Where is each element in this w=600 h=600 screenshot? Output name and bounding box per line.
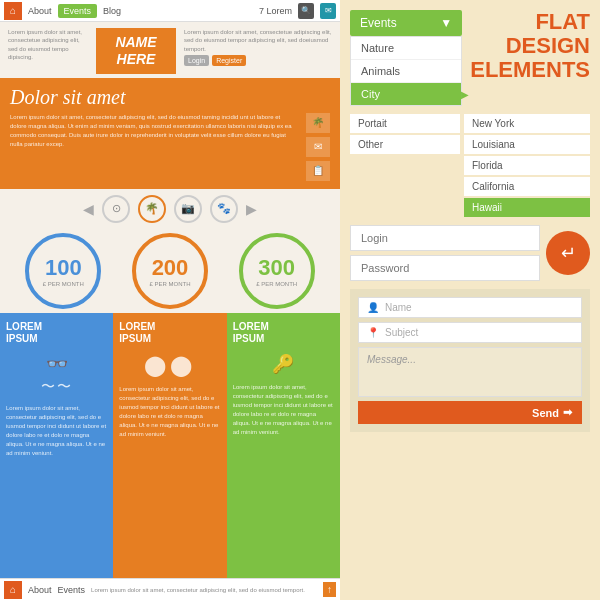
bottom-nav: ⌂ About Events Lorem ipsum dolor sit ame… <box>0 578 340 600</box>
subject-placeholder: Subject <box>385 327 418 338</box>
user-icon: 👤 <box>367 302 379 313</box>
card-green-icon: 🔑 <box>233 349 334 379</box>
search-icon[interactable]: 🔍 <box>298 3 314 19</box>
hero-icon-3: 📋 <box>306 161 330 181</box>
dropdown-arrow-icon: ▼ <box>440 16 452 30</box>
prev-arrow[interactable]: ◀ <box>83 201 94 217</box>
nav-about[interactable]: About <box>28 6 52 16</box>
name-line2: HERE <box>106 51 166 68</box>
hero-section: Dolor sit amet Lorem ipsum dolor sit ame… <box>0 78 340 189</box>
sub-item-other[interactable]: Other <box>350 135 460 154</box>
name-badge: NAME HERE <box>96 28 176 74</box>
form-inputs <box>350 225 540 281</box>
card-orange-title: LOREMIPSUM <box>119 321 220 345</box>
bottom-text: Lorem ipsum dolor sit amet, consectetur … <box>91 587 317 593</box>
stats-row: 100 £ PER MONTH 200 £ PER MONTH 300 £ PE… <box>0 229 340 313</box>
login-form: ↵ <box>350 225 590 281</box>
events-label: Events <box>360 16 397 30</box>
card-green: LOREMIPSUM 🔑 Lorem ipsum dolor sit amet,… <box>227 313 340 578</box>
secondary-row: Portait Other New York Louisiana Florida… <box>350 114 590 217</box>
nav-blog[interactable]: Blog <box>103 6 121 16</box>
stat-300: 300 £ PER MONTH <box>239 233 315 309</box>
bottom-arrow[interactable]: ↑ <box>323 582 336 597</box>
hero-icon-1: 🌴 <box>306 113 330 133</box>
icon-circle-4[interactable]: 🐾 <box>210 195 238 223</box>
mail-icon[interactable]: ✉ <box>320 3 336 19</box>
menu-items: Nature Animals City <box>350 36 462 106</box>
home-icon[interactable]: ⌂ <box>4 2 22 20</box>
flat-title-line1: FLAT <box>470 10 590 34</box>
icon-circle-1[interactable]: ⊙ <box>102 195 130 223</box>
stat-100-label: £ PER MONTH <box>43 281 84 287</box>
card-orange-icon: ⬤⬤ <box>119 349 220 381</box>
icon-circle-2[interactable]: 🌴 <box>138 195 166 223</box>
submit-button[interactable]: ↵ <box>546 231 590 275</box>
card-blue-text: Lorem ipsum dolor sit amet, consectetur … <box>6 404 107 458</box>
events-menu: Events ▼ Nature Animals City <box>350 10 462 106</box>
stat-200-num: 200 <box>152 255 189 281</box>
name-line1: NAME <box>106 34 166 51</box>
card-green-text: Lorem ipsum dolor sit amet, consectetur … <box>233 383 334 437</box>
location-icon: 📍 <box>367 327 379 338</box>
sub-item-florida[interactable]: Florida <box>464 156 590 175</box>
hero-icon-2: ✉ <box>306 137 330 157</box>
send-label: Send <box>532 407 559 419</box>
flat-title: FLAT DESIGN ELEMENTS <box>470 10 590 83</box>
icon-row: ◀ ⊙ 🌴 📷 🐾 ▶ <box>0 189 340 229</box>
hero-text: Lorem ipsum dolor sit amet, consectetur … <box>10 113 298 181</box>
header-right-text: Lorem ipsum dolor sit amet, consectetue … <box>184 28 332 53</box>
card-blue: LOREMIPSUM 👓〜〜 Lorem ipsum dolor sit ame… <box>0 313 113 578</box>
login-button[interactable]: Login <box>184 55 209 66</box>
header-section: Lorem ipsum dolor sit amet, consectetue … <box>0 22 340 78</box>
hero-title: Dolor sit amet <box>10 86 330 109</box>
card-blue-icon: 👓〜〜 <box>6 349 107 400</box>
menu-item-nature[interactable]: Nature <box>351 37 461 60</box>
login-input[interactable] <box>350 225 540 251</box>
stat-100: 100 £ PER MONTH <box>25 233 101 309</box>
sub-item-california[interactable]: California <box>464 177 590 196</box>
stat-300-num: 300 <box>258 255 295 281</box>
sub-left: Portait Other <box>350 114 460 217</box>
sub-item-portait[interactable]: Portait <box>350 114 460 133</box>
bottom-events[interactable]: Events <box>58 585 86 595</box>
card-row: LOREMIPSUM 👓〜〜 Lorem ipsum dolor sit ame… <box>0 313 340 578</box>
bottom-about[interactable]: About <box>28 585 52 595</box>
next-arrow[interactable]: ▶ <box>246 201 257 217</box>
menu-item-animals[interactable]: Animals <box>351 60 461 83</box>
stat-200: 200 £ PER MONTH <box>132 233 208 309</box>
form-row: ↵ <box>350 225 590 281</box>
name-field[interactable]: 👤 Name <box>358 297 582 318</box>
card-blue-title: LOREMIPSUM <box>6 321 107 345</box>
stat-200-label: £ PER MONTH <box>149 281 190 287</box>
nav-count: 7 Lorem <box>259 6 292 16</box>
bottom-home-icon[interactable]: ⌂ <box>4 581 22 599</box>
flat-title-line2: DESIGN <box>470 34 590 58</box>
flat-title-line3: ELEMENTS <box>470 58 590 82</box>
sub-item-newyork[interactable]: New York <box>464 114 590 133</box>
header-left-text: Lorem ipsum dolor sit amet, consectetue … <box>8 28 88 62</box>
top-nav: ⌂ About Events Blog 7 Lorem 🔍 ✉ <box>0 0 340 22</box>
card-orange-text: Lorem ipsum dolor sit amet, consectetur … <box>119 385 220 439</box>
register-button[interactable]: Register <box>212 55 246 66</box>
send-icon: ➡ <box>563 406 572 419</box>
events-dropdown[interactable]: Events ▼ <box>350 10 462 36</box>
message-textarea[interactable]: Message... <box>358 347 582 397</box>
card-green-title: LOREMIPSUM <box>233 321 334 345</box>
stat-100-num: 100 <box>45 255 82 281</box>
icon-circle-3[interactable]: 📷 <box>174 195 202 223</box>
send-button[interactable]: Send ➡ <box>358 401 582 424</box>
sub-item-louisiana[interactable]: Louisiana <box>464 135 590 154</box>
password-input[interactable] <box>350 255 540 281</box>
menu-item-city[interactable]: City <box>351 83 461 105</box>
nav-events[interactable]: Events <box>58 4 98 18</box>
name-placeholder: Name <box>385 302 412 313</box>
right-panel: Events ▼ Nature Animals City FLAT DESIGN… <box>340 0 600 600</box>
sub-item-hawaii[interactable]: Hawaii <box>464 198 590 217</box>
subject-field[interactable]: 📍 Subject <box>358 322 582 343</box>
sub-right: New York Louisiana Florida California Ha… <box>464 114 590 217</box>
top-right: Events ▼ Nature Animals City FLAT DESIGN… <box>350 10 590 106</box>
contact-form: 👤 Name 📍 Subject Message... Send ➡ <box>350 289 590 432</box>
stat-300-label: £ PER MONTH <box>256 281 297 287</box>
card-orange: LOREMIPSUM ⬤⬤ Lorem ipsum dolor sit amet… <box>113 313 226 578</box>
left-panel: ⌂ About Events Blog 7 Lorem 🔍 ✉ Lorem ip… <box>0 0 340 600</box>
